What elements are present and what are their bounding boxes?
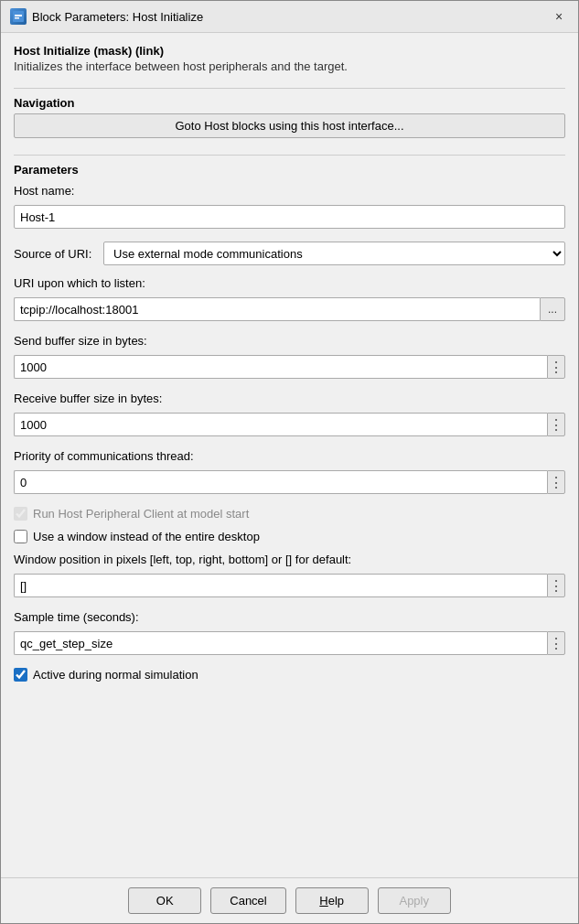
send-buffer-wrap: ⋮ xyxy=(14,355,565,379)
navigation-section: Navigation Goto Host blocks using this h… xyxy=(14,96,565,138)
window-pos-input[interactable] xyxy=(14,574,547,597)
uri-label: URI upon which to listen: xyxy=(14,276,565,290)
app-icon xyxy=(10,8,27,25)
svg-rect-2 xyxy=(15,17,19,19)
sample-time-input[interactable] xyxy=(14,631,547,655)
priority-input[interactable] xyxy=(14,470,547,494)
host-name-field-wrap xyxy=(14,205,565,229)
sample-time-label: Sample time (seconds): xyxy=(14,610,565,624)
receive-buffer-label: Receive buffer size in bytes: xyxy=(14,392,565,405)
use-window-checkbox[interactable] xyxy=(14,530,27,543)
source-uri-select[interactable]: Use external mode communications Specify… xyxy=(103,242,565,265)
run-host-checkbox[interactable] xyxy=(14,507,27,521)
window-pos-label: Window position in pixels [left, top, ri… xyxy=(14,553,565,566)
send-buffer-label: Send buffer size in bytes: xyxy=(14,334,565,348)
close-button[interactable]: × xyxy=(549,6,569,27)
active-label: Active during normal simulation xyxy=(33,668,198,682)
dialog-content: Host Initialize (mask) (link) Initialize… xyxy=(1,33,578,877)
priority-wrap: ⋮ xyxy=(14,470,565,494)
run-host-label: Run Host Peripheral Client at model star… xyxy=(33,507,249,521)
help-rest: elp xyxy=(328,894,344,908)
parameters-section: Parameters Host name: Source of URI: Use… xyxy=(14,163,565,685)
apply-button[interactable]: Apply xyxy=(378,887,451,914)
active-checkbox[interactable] xyxy=(14,668,27,682)
source-uri-label: Source of URI: xyxy=(14,247,96,261)
priority-label: Priority of communications thread: xyxy=(14,449,565,463)
receive-buffer-menu-btn[interactable]: ⋮ xyxy=(547,413,565,436)
svg-rect-1 xyxy=(15,15,22,16)
dialog-title: Block Parameters: Host Initialize xyxy=(32,10,203,24)
navigation-label: Navigation xyxy=(14,96,565,110)
source-uri-row: Source of URI: Use external mode communi… xyxy=(14,242,565,265)
title-bar: Block Parameters: Host Initialize × xyxy=(1,1,578,33)
ok-button[interactable]: OK xyxy=(128,887,201,914)
window-pos-menu-btn[interactable]: ⋮ xyxy=(547,574,565,597)
sample-time-wrap: ⋮ xyxy=(14,631,565,655)
mask-title: Host Initialize (mask) (link) xyxy=(14,44,565,58)
footer: OK Cancel Help Apply xyxy=(1,877,578,923)
use-window-row: Use a window instead of the entire deskt… xyxy=(14,530,565,543)
goto-button[interactable]: Goto Host blocks using this host interfa… xyxy=(14,113,565,138)
sample-time-menu-btn[interactable]: ⋮ xyxy=(547,631,565,655)
receive-buffer-input[interactable] xyxy=(14,413,547,436)
help-underline-h: H xyxy=(319,894,327,908)
active-row: Active during normal simulation xyxy=(14,668,565,682)
description-text: Initializes the interface between host p… xyxy=(14,59,565,73)
host-name-label: Host name: xyxy=(14,184,565,198)
cancel-button[interactable]: Cancel xyxy=(210,887,285,914)
priority-menu-btn[interactable]: ⋮ xyxy=(547,470,565,494)
receive-buffer-wrap: ⋮ xyxy=(14,413,565,436)
parameters-label: Parameters xyxy=(14,163,565,177)
send-buffer-menu-btn[interactable]: ⋮ xyxy=(547,355,565,379)
dialog-window: Block Parameters: Host Initialize × Host… xyxy=(0,0,579,924)
uri-field-wrap: ... xyxy=(14,297,565,321)
uri-input[interactable] xyxy=(14,297,540,321)
send-buffer-input[interactable] xyxy=(14,355,547,379)
run-host-row: Run Host Peripheral Client at model star… xyxy=(14,507,565,521)
use-window-label: Use a window instead of the entire deskt… xyxy=(33,530,260,543)
help-button[interactable]: Help xyxy=(295,887,369,914)
uri-dots-button[interactable]: ... xyxy=(540,297,565,321)
window-pos-wrap: ⋮ xyxy=(14,574,565,597)
host-name-input[interactable] xyxy=(14,205,565,229)
title-bar-left: Block Parameters: Host Initialize xyxy=(10,8,203,25)
